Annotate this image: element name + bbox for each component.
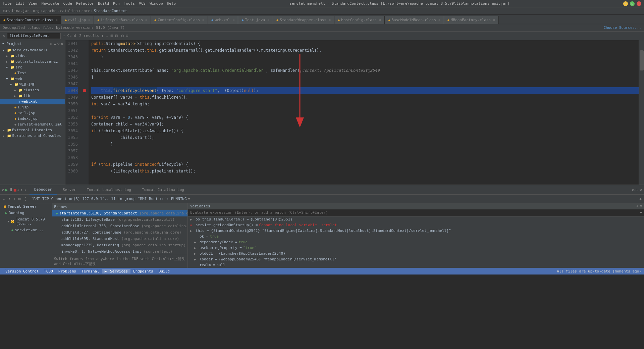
- sidebar-icon-3[interactable]: ⚙: [57, 42, 60, 46]
- tree-item-lib[interactable]: ▶ 📁 lib: [0, 93, 65, 99]
- statusbar-problems[interactable]: Problems: [56, 269, 79, 273]
- menu-build[interactable]: Build: [98, 1, 109, 6]
- statusbar-versioncontrol[interactable]: Version Control: [3, 269, 41, 273]
- search-next-icon[interactable]: ↓: [106, 33, 109, 38]
- var-usenamingproperty[interactable]: ▶ useNamingProperty = "true": [188, 245, 644, 251]
- statusbar-todo[interactable]: TODO: [41, 269, 56, 273]
- tree-item-webxml[interactable]: ◆ web.xml: [0, 99, 65, 104]
- sidebar-icon-1[interactable]: ⊞: [50, 42, 53, 46]
- sidebar-project-label[interactable]: ▾ Project: [2, 42, 22, 46]
- var-loader[interactable]: ▶ loader = {WebappLoader@2546} "WebappLo…: [188, 256, 644, 262]
- frame-item-1[interactable]: start:183, LifecycleBase (org.apache.cat…: [52, 216, 187, 223]
- debug-stepout2-icon[interactable]: ↑: [7, 197, 11, 201]
- tab-close-lifecyclebase[interactable]: ×: [145, 18, 147, 22]
- breadcrumb-core[interactable]: core: [82, 9, 91, 13]
- tree-item-classes[interactable]: ▶ 📁 classes: [0, 87, 65, 93]
- tree-item-test[interactable]: ◆ Test: [0, 70, 65, 76]
- tab-close-contextconfig[interactable]: ×: [202, 18, 204, 22]
- breadcrumb-org[interactable]: org: [33, 9, 40, 13]
- var-getloadonstartup[interactable]: ⊗ servlet.getLoadOnStartup() = Cannot fi…: [188, 222, 644, 228]
- menu-run[interactable]: Run: [113, 1, 120, 6]
- debugger-toolbar-stepout[interactable]: ↑: [20, 187, 23, 192]
- tree-item-out[interactable]: ▶ 📁 out.artifacts.servlet_memsh...: [0, 59, 65, 64]
- breadcrumb-catalina2[interactable]: catalina: [60, 9, 78, 13]
- tab-close-testjava[interactable]: ×: [267, 18, 269, 22]
- running-item[interactable]: ▶ Running: [0, 210, 52, 216]
- menu-code[interactable]: Code: [63, 1, 72, 6]
- tree-item-eviljsp[interactable]: ◆ evil.jsp: [0, 110, 65, 116]
- close-button[interactable]: ✕: [637, 1, 641, 6]
- breadcrumb-current[interactable]: StandardContext: [94, 9, 127, 13]
- bottom-settings-icon[interactable]: ⚙: [632, 188, 634, 192]
- statusbar-services[interactable]: ▶ Services: [102, 269, 130, 273]
- tree-item-extlibs[interactable]: ▶ 📁 External Libraries: [0, 127, 65, 133]
- choose-sources-button[interactable]: Choose Sources...: [603, 26, 641, 30]
- statusbar-terminal[interactable]: Terminal: [79, 269, 102, 273]
- var-add-icon[interactable]: +: [636, 204, 639, 208]
- tomcat-server-item[interactable]: 🖥 Tomcat Server: [0, 203, 52, 210]
- bottom-close-icon[interactable]: ✕: [640, 188, 642, 192]
- frame-item-5[interactable]: manageApp:1775, HostConfig (org.apache.c…: [52, 242, 187, 248]
- tree-item-servlet-memshell[interactable]: ▼ 📁 servlet-memshell: [0, 47, 65, 53]
- tree-item-src[interactable]: ▼ 📁 src: [0, 64, 65, 70]
- tab-close-eviljsp[interactable]: ×: [88, 18, 90, 22]
- debug-threads-icon[interactable]: ⋮: [22, 197, 29, 201]
- maximize-button[interactable]: □: [630, 1, 635, 6]
- tab-server[interactable]: Server: [58, 185, 81, 195]
- menu-file[interactable]: File: [3, 1, 12, 6]
- menu-tools[interactable]: Tools: [124, 1, 135, 6]
- tab-mbeanfactory[interactable]: ◆ MBeanFactory.class ×: [444, 16, 499, 24]
- search-pin-icon[interactable]: ⊕: [126, 33, 128, 38]
- var-ok[interactable]: ok = true: [188, 234, 644, 239]
- breakpoint-dot[interactable]: [83, 89, 86, 92]
- tab-close-standardcontext[interactable]: ×: [56, 18, 58, 22]
- debugger-toolbar-restart[interactable]: ↺: [2, 187, 5, 192]
- menu-bar[interactable]: File Edit View Navigate Code Refactor Bu…: [3, 1, 176, 6]
- tree-item-web[interactable]: ▼ 📁 web: [0, 76, 65, 82]
- tomcat-version-item[interactable]: ▼ 🐱 Tomcat 8.5.79 [loc...: [0, 216, 52, 227]
- servlet-item[interactable]: ◆ servlet-me...: [0, 227, 52, 233]
- tab-contextconfig[interactable]: ◆ ContextConfig.class ×: [151, 16, 208, 24]
- evaluate-dropdown-icon[interactable]: ▼: [640, 211, 642, 214]
- var-this[interactable]: ▶ this = {StandardContext@2542} "Standar…: [188, 228, 644, 234]
- debugger-toolbar-stepin[interactable]: ↓: [17, 187, 19, 192]
- bottom-layout-icon[interactable]: ⊟: [636, 188, 638, 192]
- tab-close-hostconfig[interactable]: ×: [379, 18, 381, 22]
- tree-item-iml[interactable]: ◆ servlet-memshell.iml: [0, 121, 65, 127]
- menu-edit[interactable]: Edit: [16, 1, 25, 6]
- search-options-icon[interactable]: ⋯: [63, 33, 65, 38]
- sidebar-icon-4[interactable]: ✕: [61, 42, 63, 46]
- tree-item-idea[interactable]: ▶ 📁 .idea: [0, 53, 65, 59]
- var-findchildren[interactable]: ▶ oo this.findChildren() = {Container[0]…: [188, 216, 644, 222]
- tab-standardcontext[interactable]: ◆ StandardContext.class ×: [0, 16, 61, 24]
- debug-frames-icon[interactable]: ⊞: [17, 197, 22, 201]
- debug-add-watch-icon[interactable]: +: [639, 196, 642, 202]
- evaluate-input[interactable]: [190, 210, 640, 215]
- frame-item-0[interactable]: ▶ startInternal:5130, StandardContext (o…: [52, 210, 187, 216]
- scrollbar-thumb[interactable]: [640, 50, 644, 70]
- search-close-icon[interactable]: ✕: [3, 34, 5, 38]
- frame-item-6[interactable]: invoke0:-1, NativeMethodAccessorImpl (su…: [52, 248, 187, 255]
- tab-lifecyclebase[interactable]: ◆ LifecycleBase.class ×: [94, 16, 151, 24]
- tab-testjava[interactable]: ◆ Test.java ×: [238, 16, 273, 24]
- search-filter-icon[interactable]: ⊟: [115, 33, 118, 38]
- tab-eviljsp[interactable]: ◆ evil.jsp ×: [61, 16, 94, 24]
- frame-item-4[interactable]: addChild:695, StandardHost (org.apache.c…: [52, 236, 187, 242]
- window-controls[interactable]: — □ ✕: [623, 1, 641, 6]
- tab-basemodelmbean[interactable]: ◆ BaseModelMBean.class ×: [385, 16, 444, 24]
- search-settings-icon[interactable]: ⚙: [121, 33, 124, 38]
- tab-tomcat-catalina[interactable]: Tomcat Catalina Log: [137, 185, 189, 195]
- tab-debugger[interactable]: Debugger: [30, 185, 57, 195]
- menu-navigate[interactable]: Navigate: [42, 1, 59, 6]
- tab-hostconfig[interactable]: ◆ HostConfig.class ×: [334, 16, 385, 24]
- debugger-toolbar-stop[interactable]: ■: [14, 187, 16, 192]
- debugger-toolbar-stepover[interactable]: →: [23, 187, 26, 192]
- var-realm[interactable]: realm = null: [188, 262, 644, 268]
- tree-item-scratches[interactable]: ▶ 📁 Scratches and Consoles: [0, 133, 65, 139]
- tree-item-webinf[interactable]: ▼ 📁 WEB-INF: [0, 82, 65, 87]
- breadcrumb-apache[interactable]: apache: [43, 9, 57, 13]
- tree-item-indexjsp[interactable]: ◆ index.jsp: [0, 116, 65, 121]
- frame-item-3[interactable]: addChild:727, ContainerBase (org.apache.…: [52, 229, 187, 236]
- debug-stepin2-icon[interactable]: ↓: [12, 197, 16, 201]
- tab-standardwrapper[interactable]: ◆ StandardWrapper.class ×: [273, 16, 334, 24]
